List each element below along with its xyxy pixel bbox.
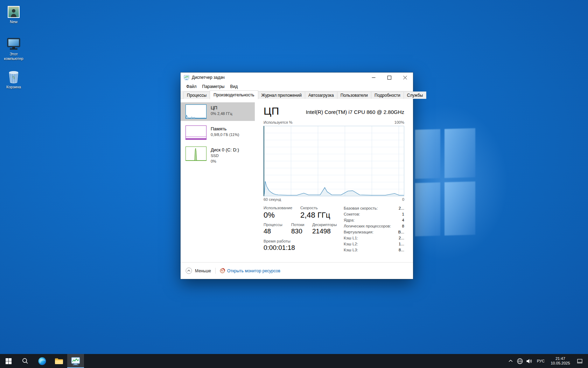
handles-value: 21498 — [312, 227, 331, 235]
sidebar-disk-type: SSD — [211, 154, 239, 158]
sidebar-item-memory[interactable]: Память 0,9/8,0 ГБ (11%) — [181, 123, 255, 142]
disk-mini-graph-icon — [186, 146, 206, 161]
taskbar-edge-button[interactable] — [34, 354, 50, 368]
task-manager-icon — [184, 75, 189, 80]
windows-logo-pane — [444, 128, 475, 178]
speed-value: 2,48 ГГц — [300, 211, 330, 220]
fewer-details-label: Меньше — [195, 268, 211, 273]
sidebar-memory-title: Память — [211, 126, 239, 131]
chart-x-left: 60 секунд — [264, 197, 281, 202]
search-icon — [22, 357, 29, 364]
detail-row-l1-cache: Кэш L1:2... — [344, 235, 404, 241]
tab-users[interactable]: Пользователи — [337, 91, 371, 99]
chart-bottom-labels: 60 секунд 0 — [264, 197, 404, 202]
minimize-button[interactable] — [366, 73, 382, 82]
cpu-heading: ЦП — [264, 105, 279, 117]
sidebar-cpu-title: ЦП — [211, 105, 232, 110]
uptime-label: Время работы — [264, 239, 290, 243]
close-button[interactable] — [397, 73, 413, 82]
speed-label: Скорость — [300, 206, 318, 210]
chart-top-labels: Используется % 100% — [264, 120, 404, 124]
sidebar-item-disk0[interactable]: Диск 0 (C: D:) SSD 0% — [181, 144, 255, 166]
detail-row-l2-cache: Кэш L2:1... — [344, 241, 404, 247]
cpu-mini-graph-icon — [186, 104, 206, 119]
sidebar-item-cpu[interactable]: ЦП 0% 2,48 ГГц — [181, 102, 255, 121]
chevron-up-circle-icon — [186, 267, 192, 274]
menu-file[interactable]: Файл — [183, 83, 200, 90]
desktop-icon-recycle-bin[interactable]: Корзина — [0, 69, 27, 89]
fewer-details-button[interactable]: Меньше — [186, 267, 211, 274]
sidebar-cpu-subtitle: 0% 2,48 ГГц — [211, 111, 232, 116]
resource-monitor-label: Открыть монитор ресурсов — [227, 268, 280, 273]
title-bar[interactable]: Диспетчер задач — [181, 73, 413, 82]
uptime-value: 0:00:01:18 — [264, 244, 295, 252]
taskbar-search-button[interactable] — [17, 354, 34, 368]
window-footer: Меньше Открыть монитор ресурсов — [181, 262, 413, 279]
chart-x-right: 0 — [402, 197, 404, 202]
open-resource-monitor-link[interactable]: Открыть монитор ресурсов — [220, 268, 280, 273]
menu-view[interactable]: Вид — [227, 83, 240, 90]
desktop-icon-label: Корзина — [0, 85, 27, 89]
handles-label: Дескрипторы — [312, 223, 337, 227]
detail-row-sockets: Сокетов:1 — [344, 211, 404, 217]
desktop-icon-label: New — [0, 20, 27, 24]
taskbar-file-explorer-button[interactable] — [50, 354, 67, 368]
processes-value: 48 — [264, 227, 271, 235]
speaker-icon — [526, 358, 532, 364]
performance-sidebar: ЦП 0% 2,48 ГГц Память 0,9/8,0 — [181, 99, 255, 262]
clock-time: 21:47 — [555, 356, 565, 361]
sidebar-disk-usage: 0% — [211, 159, 239, 164]
sidebar-memory-subtitle: 0,9/8,0 ГБ (11%) — [211, 132, 239, 137]
performance-content: ЦП 0% 2,48 ГГц Память 0,9/8,0 — [181, 98, 413, 262]
detail-row-cores: Ядра:4 — [344, 217, 404, 223]
maximize-button[interactable] — [382, 73, 397, 82]
action-center-icon — [576, 358, 583, 364]
usage-label: Использование — [264, 206, 292, 210]
window-title: Диспетчер задач — [192, 75, 225, 80]
start-button[interactable] — [0, 354, 17, 368]
cpu-panel: ЦП Intel(R) Core(TM) i7 CPU 860 @ 2.80GH… — [255, 99, 413, 262]
taskbar-task-manager-button[interactable] — [67, 354, 84, 368]
action-center-button[interactable] — [573, 354, 587, 368]
processes-label: Процессы — [264, 223, 282, 227]
menu-options[interactable]: Параметры — [200, 83, 227, 90]
chevron-up-icon — [508, 359, 513, 363]
globe-network-icon — [517, 358, 523, 364]
detail-row-l3-cache: Кэш L3:8... — [344, 247, 404, 253]
language-indicator[interactable]: РУС — [533, 354, 548, 368]
edge-browser-icon — [38, 357, 47, 366]
picture-file-icon — [0, 4, 27, 18]
cpu-details-list: Базовая скорость:2... Сокетов:1 Ядра:4 Л… — [344, 205, 404, 253]
desktop: New Этот компьютер Корзина — [0, 0, 588, 368]
taskbar-clock[interactable]: 21:47 10.05.2025 — [548, 354, 573, 368]
tab-performance[interactable]: Производительность — [210, 90, 258, 99]
detail-row-base-speed: Базовая скорость:2... — [344, 205, 404, 211]
menu-bar: Файл Параметры Вид — [181, 82, 413, 91]
footer-divider — [215, 268, 216, 274]
desktop-icon-this-pc[interactable]: Этот компьютер — [0, 36, 27, 61]
computer-icon — [0, 36, 27, 50]
cpu-model-name: Intel(R) Core(TM) i7 CPU 860 @ 2.80GHz — [306, 109, 404, 115]
threads-value: 830 — [291, 227, 302, 235]
chart-y-max: 100% — [394, 120, 404, 124]
usage-value: 0% — [264, 211, 275, 220]
detail-row-virtualization: Виртуализация:В... — [344, 229, 404, 235]
desktop-icon-new[interactable]: New — [0, 4, 27, 24]
threads-label: Потоки — [291, 223, 304, 227]
tab-processes[interactable]: Процессы — [183, 91, 210, 99]
cpu-usage-chart-line — [264, 126, 404, 196]
tab-services[interactable]: Службы — [404, 91, 426, 99]
resource-monitor-icon — [220, 268, 225, 273]
network-tray-button[interactable] — [515, 354, 524, 368]
windows-logo-pane — [415, 182, 440, 236]
recycle-bin-icon — [0, 69, 27, 83]
tab-app-history[interactable]: Журнал приложений — [258, 91, 305, 99]
show-hidden-icons-button[interactable] — [506, 354, 515, 368]
chart-y-label: Используется % — [264, 120, 293, 124]
tab-details[interactable]: Подробности — [371, 91, 404, 99]
tab-startup[interactable]: Автозагрузка — [305, 91, 337, 99]
volume-tray-button[interactable] — [524, 354, 533, 368]
windows-logo-pane — [415, 129, 440, 179]
windows-logo-wallpaper — [415, 128, 475, 237]
windows-logo-icon — [6, 358, 12, 364]
